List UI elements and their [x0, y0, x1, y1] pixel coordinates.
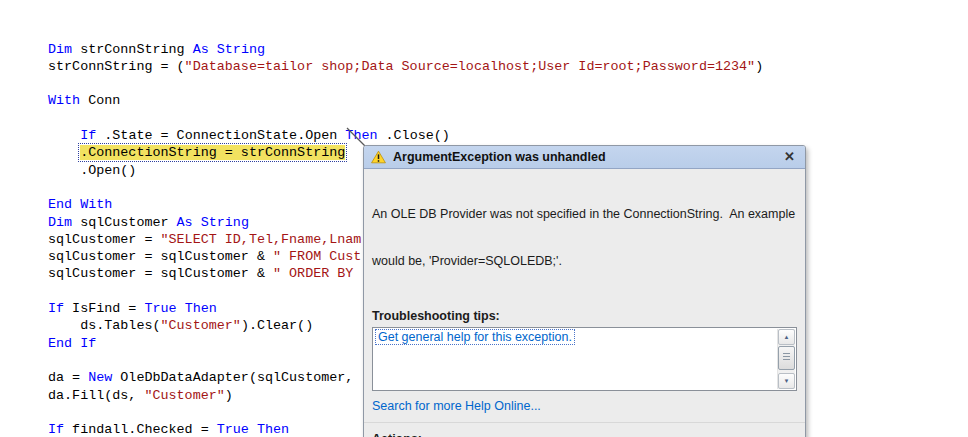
scroll-down-button[interactable]: ▼: [778, 373, 795, 389]
code-line: Dim strConnString As String: [48, 41, 763, 58]
code-line: [48, 110, 763, 127]
scroll-thumb-grip: [783, 356, 790, 357]
exception-message-line2: would be, 'Provider=SQLOLEDB;'.: [372, 254, 797, 270]
troubleshooting-label: Troubleshooting tips:: [372, 309, 797, 323]
dialog-titlebar[interactable]: ArgumentException was unhandled ✕: [364, 146, 805, 169]
search-help-online-link[interactable]: Search for more Help Online...: [372, 399, 541, 413]
exception-highlight: .ConnectionString = strConnString: [80, 145, 345, 160]
troubleshooting-tips-box: Get general help for this exception. ▲ ▼: [372, 327, 797, 391]
dialog-body: An OLE DB Provider was not specified in …: [364, 169, 805, 437]
scroll-thumb[interactable]: [778, 346, 795, 370]
exception-message: An OLE DB Provider was not specified in …: [372, 176, 797, 300]
code-line: strConnString = ("Database=tailor shop;D…: [48, 58, 763, 75]
exception-message-line1: An OLE DB Provider was not specified in …: [372, 207, 797, 223]
dialog-separator: [364, 422, 805, 423]
exception-dialog: ArgumentException was unhandled ✕ An OLE…: [363, 145, 806, 437]
code-line: If .State = ConnectionState.Open Then .C…: [48, 127, 763, 144]
scrollbar-track[interactable]: ▲ ▼: [777, 329, 795, 389]
dialog-title: ArgumentException was unhandled: [393, 150, 782, 164]
close-icon[interactable]: ✕: [782, 150, 797, 164]
code-line: With Conn: [48, 92, 763, 109]
warning-icon: [371, 150, 386, 164]
code-line: [48, 75, 763, 92]
actions-label: Actions:: [372, 432, 797, 437]
scroll-up-button[interactable]: ▲: [778, 329, 795, 345]
get-general-help-link[interactable]: Get general help for this exception.: [376, 330, 574, 344]
